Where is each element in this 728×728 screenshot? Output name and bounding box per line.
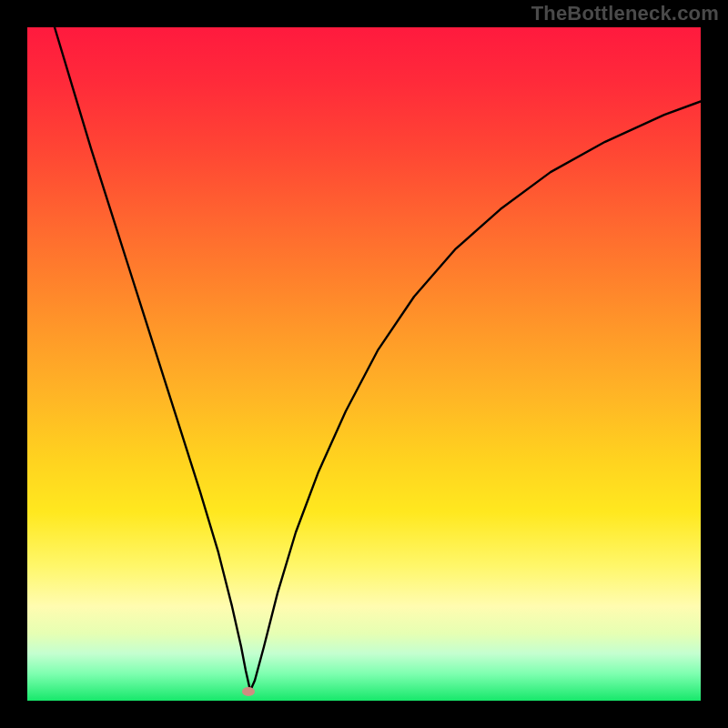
plot-area (27, 27, 701, 701)
bottleneck-curve (27, 27, 701, 701)
min-point-marker (242, 687, 255, 696)
chart-frame: TheBottleneck.com (0, 0, 728, 728)
watermark-text: TheBottleneck.com (531, 2, 719, 25)
